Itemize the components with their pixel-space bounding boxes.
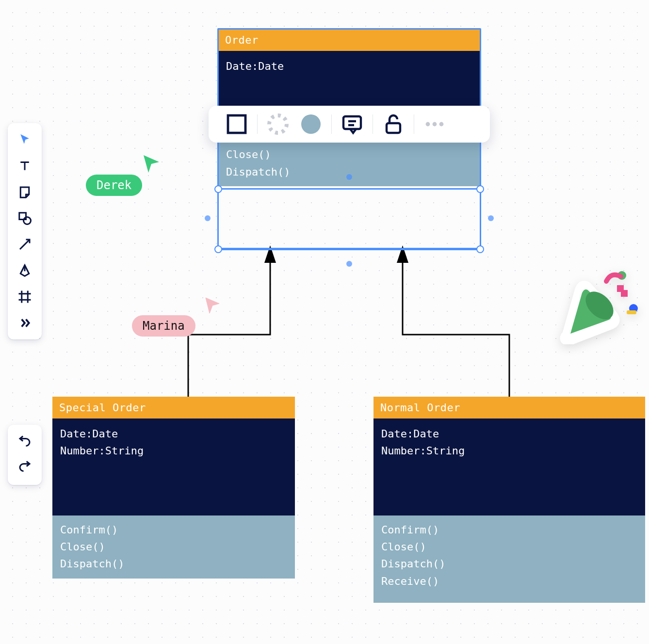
svg-rect-6 [387,123,400,133]
attr-row: Date:Date [60,425,287,442]
class-title: Normal Order [373,397,645,419]
connection-line-tool[interactable] [12,232,37,257]
svg-rect-3 [343,116,361,129]
class-title: Order [218,29,480,51]
collaborator-name: Marina [143,319,185,333]
svg-point-9 [439,122,444,127]
more-tools[interactable] [12,310,37,336]
class-operations: Confirm() Close() Dispatch() Receive() [373,515,645,603]
class-box-special-order[interactable]: Special Order Date:Date Number:String Co… [52,397,295,579]
attr-row: Number:String [381,442,637,459]
svg-point-2 [301,114,321,134]
comment-button[interactable] [341,113,364,136]
pen-tool[interactable] [12,258,37,283]
class-attributes: Date:Date Number:String [373,419,645,515]
border-button[interactable] [225,113,248,136]
class-box-normal-order[interactable]: Normal Order Date:Date Number:String Con… [373,397,645,603]
attr-row: Date:Date [226,58,472,75]
cursor-derek [141,153,162,175]
svg-rect-20 [627,310,636,314]
op-row: Dispatch() [226,163,472,180]
op-row: Confirm() [60,521,287,538]
selection-toolbar [209,106,490,143]
collaborator-tag-derek: Derek [86,175,142,196]
class-operations: Confirm() Close() Dispatch() [52,515,295,579]
svg-rect-22 [621,290,628,297]
op-row: Receive() [381,573,637,590]
collaborator-tag-marina: Marina [132,315,195,337]
class-attributes: Date:Date Number:String [52,419,295,515]
fill-color-button[interactable] [299,113,323,136]
svg-point-8 [433,122,437,127]
svg-point-7 [426,122,430,127]
stroke-style-button[interactable] [266,113,290,136]
sticky-note-tool[interactable] [12,179,37,205]
undo-button[interactable] [12,430,37,455]
class-title: Special Order [52,397,295,419]
op-row: Dispatch() [381,555,637,572]
shapes-tool[interactable] [12,206,37,231]
op-row: Close() [226,146,472,163]
text-tool[interactable] [12,153,37,178]
attr-row: Date:Date [381,425,637,442]
svg-point-1 [269,115,287,133]
svg-point-11 [24,217,31,225]
more-button[interactable] [423,113,446,136]
tools-toolbar [8,123,42,339]
op-row: Confirm() [381,521,637,538]
history-toolbar [8,425,42,485]
op-row: Close() [60,538,287,555]
collaborator-name: Derek [97,178,131,192]
party-popper-sticker[interactable] [558,262,640,344]
select-tool[interactable] [12,127,37,152]
svg-rect-0 [228,115,245,133]
op-row: Dispatch() [60,555,287,572]
attr-row: Number:String [60,442,287,459]
redo-button[interactable] [12,455,37,480]
op-row: Close() [381,538,637,555]
lock-button[interactable] [382,113,405,136]
cursor-marina [203,296,222,315]
frame-tool[interactable] [12,284,37,309]
